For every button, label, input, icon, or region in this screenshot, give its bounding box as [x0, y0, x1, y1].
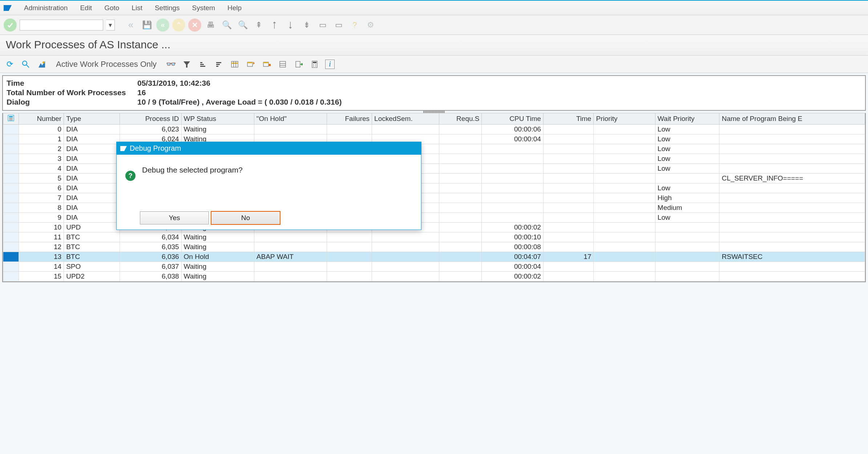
- menu-list[interactable]: List: [130, 3, 144, 13]
- col-status[interactable]: WP Status: [181, 113, 254, 125]
- row-selector[interactable]: [3, 193, 19, 203]
- calculator-icon[interactable]: [309, 59, 320, 70]
- command-field[interactable]: [20, 20, 103, 31]
- dialog-titlebar[interactable]: Debug Program: [117, 142, 421, 155]
- new-session-icon[interactable]: ▭: [316, 19, 329, 32]
- menu-system[interactable]: System: [191, 3, 217, 13]
- back-circle-icon[interactable]: «: [156, 19, 169, 32]
- col-program[interactable]: Name of Program Being E: [719, 113, 865, 125]
- menu-help[interactable]: Help: [226, 3, 243, 13]
- cell-cputime: [482, 203, 543, 213]
- cell-number: 13: [19, 252, 64, 262]
- layout-change-icon[interactable]: [245, 59, 256, 70]
- no-button[interactable]: No: [211, 211, 280, 224]
- table-row[interactable]: 15UPD26,038Waiting00:00:02: [3, 272, 865, 281]
- col-onhold[interactable]: "On Hold": [254, 113, 327, 125]
- first-page-icon[interactable]: ⇞: [252, 19, 265, 32]
- total-icon[interactable]: [277, 59, 288, 70]
- col-priority[interactable]: Priority: [594, 113, 655, 125]
- cell-program: RSWAITSEC: [719, 252, 865, 262]
- col-pid[interactable]: Process ID: [120, 113, 181, 125]
- cell-priority: [594, 213, 655, 223]
- sort-desc-icon[interactable]: [213, 59, 224, 70]
- row-selector[interactable]: [3, 134, 19, 144]
- row-selector[interactable]: [3, 144, 19, 154]
- cell-type: DIA: [64, 213, 120, 223]
- row-selector[interactable]: [3, 272, 19, 281]
- col-failures[interactable]: Failures: [327, 113, 372, 125]
- svg-rect-26: [313, 62, 316, 63]
- row-selector[interactable]: [3, 213, 19, 223]
- filter-icon[interactable]: [181, 59, 192, 70]
- yes-button[interactable]: Yes: [140, 211, 209, 224]
- command-dropdown-icon[interactable]: ▾: [106, 20, 115, 31]
- chart-icon[interactable]: [36, 59, 47, 70]
- cell-wait-priority: [655, 262, 719, 272]
- row-selector[interactable]: [3, 232, 19, 242]
- svg-point-30: [315, 66, 316, 66]
- svg-point-27: [313, 64, 314, 65]
- exit-icon[interactable]: ⌃: [172, 19, 185, 32]
- page-title: Work Processes of AS Instance ...: [0, 35, 868, 56]
- col-number[interactable]: Number: [19, 113, 64, 125]
- table-row[interactable]: 11BTC6,034Waiting00:00:10: [3, 232, 865, 242]
- cell-type: SPO: [64, 262, 120, 272]
- table-row[interactable]: 0DIA6,023Waiting00:00:06Low: [3, 125, 865, 134]
- cell-wait-priority: [655, 242, 719, 252]
- select-all-header[interactable]: [3, 113, 19, 125]
- row-selector[interactable]: [3, 203, 19, 213]
- last-page-icon[interactable]: ⇟: [300, 19, 313, 32]
- find-next-icon[interactable]: 🔍: [236, 19, 249, 32]
- prev-page-icon[interactable]: ⭡: [268, 19, 281, 32]
- export-icon[interactable]: [293, 59, 304, 70]
- cell-time: [543, 193, 594, 203]
- row-selector[interactable]: [3, 223, 19, 232]
- row-selector[interactable]: [3, 262, 19, 272]
- cell-requs: [439, 272, 482, 281]
- customize-icon[interactable]: ⚙: [364, 19, 377, 32]
- cell-time: [543, 183, 594, 193]
- col-time[interactable]: Time: [543, 113, 594, 125]
- svg-point-29: [313, 66, 314, 66]
- cell-time: [543, 232, 594, 242]
- next-page-icon[interactable]: ⭣: [284, 19, 297, 32]
- cancel-icon[interactable]: ✕: [188, 19, 201, 32]
- col-wait-priority[interactable]: Wait Priority: [655, 113, 719, 125]
- col-type[interactable]: Type: [64, 113, 120, 125]
- print-icon[interactable]: 🖶: [204, 19, 217, 32]
- row-selector[interactable]: [3, 252, 19, 262]
- row-selector[interactable]: [3, 164, 19, 174]
- row-selector[interactable]: [3, 125, 19, 134]
- back-icon[interactable]: «: [124, 19, 137, 32]
- info-icon[interactable]: i: [325, 60, 335, 69]
- menu-goto[interactable]: Goto: [103, 3, 121, 13]
- cell-number: 15: [19, 272, 64, 281]
- help-icon[interactable]: ?: [348, 19, 361, 32]
- details-icon[interactable]: [20, 59, 31, 70]
- cell-wait-priority: [655, 223, 719, 232]
- table-row[interactable]: 14SPO6,037Waiting00:00:04: [3, 262, 865, 272]
- save-icon[interactable]: 💾: [140, 19, 153, 32]
- find-icon[interactable]: 🔍: [220, 19, 233, 32]
- col-lockedsem[interactable]: LockedSem.: [372, 113, 439, 125]
- row-selector[interactable]: [3, 242, 19, 252]
- row-selector[interactable]: [3, 174, 19, 183]
- layout-save-icon[interactable]: [261, 59, 272, 70]
- menu-administration[interactable]: Administration: [23, 3, 69, 13]
- cell-program: [719, 144, 865, 154]
- shortcut-icon[interactable]: ▭: [332, 19, 345, 32]
- col-cputime[interactable]: CPU Time: [482, 113, 543, 125]
- menu-edit[interactable]: Edit: [78, 3, 93, 13]
- col-requs[interactable]: Requ.S: [439, 113, 482, 125]
- menu-settings[interactable]: Settings: [153, 3, 181, 13]
- glasses-icon[interactable]: 👓: [165, 59, 176, 70]
- row-selector[interactable]: [3, 183, 19, 193]
- row-selector[interactable]: [3, 154, 19, 164]
- table-row[interactable]: 13BTC6,036On HoldABAP WAIT00:04:0717RSWA…: [3, 252, 865, 262]
- sort-asc-icon[interactable]: [197, 59, 208, 70]
- layout-icon[interactable]: [229, 59, 240, 70]
- table-row[interactable]: 12BTC6,035Waiting00:00:08: [3, 242, 865, 252]
- total-wp-value: 16: [137, 88, 146, 97]
- refresh-icon[interactable]: ⟳: [4, 59, 15, 70]
- enter-icon[interactable]: [4, 19, 17, 32]
